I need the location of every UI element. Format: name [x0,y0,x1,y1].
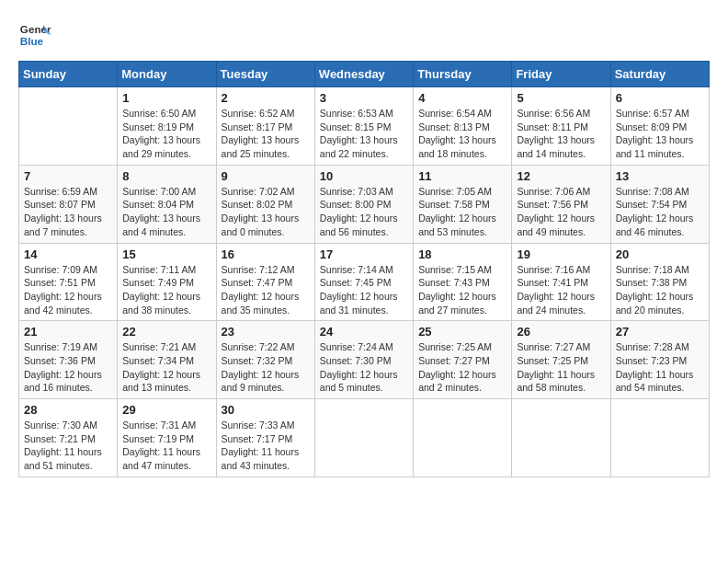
day-number: 18 [418,247,506,261]
day-info: Sunrise: 7:02 AM Sunset: 8:02 PM Dayligh… [222,185,310,239]
calendar-cell: 1Sunrise: 6:50 AM Sunset: 8:19 PM Daylig… [118,87,216,166]
day-number: 10 [320,169,408,183]
header-monday: Monday [118,62,216,87]
day-info: Sunrise: 7:18 AM Sunset: 7:38 PM Dayligh… [616,263,704,317]
day-number: 23 [222,325,310,339]
day-number: 29 [122,403,210,417]
day-info: Sunrise: 7:25 AM Sunset: 7:27 PM Dayligh… [418,340,506,395]
day-number: 16 [222,247,310,261]
day-number: 20 [616,247,704,261]
page-header: General Blue [18,18,710,52]
day-number: 22 [122,325,210,339]
day-info: Sunrise: 7:14 AM Sunset: 7:45 PM Dayligh… [320,263,408,317]
header-wednesday: Wednesday [314,62,413,87]
day-info: Sunrise: 6:56 AM Sunset: 8:11 PM Dayligh… [517,107,605,161]
calendar-table: SundayMondayTuesdayWednesdayThursdayFrid… [18,61,710,477]
calendar-cell: 22Sunrise: 7:21 AM Sunset: 7:34 PM Dayli… [118,321,216,399]
day-number: 12 [517,169,605,183]
calendar-cell: 17Sunrise: 7:14 AM Sunset: 7:45 PM Dayli… [314,243,413,321]
day-number: 17 [320,247,408,261]
svg-text:Blue: Blue [20,35,44,47]
calendar-cell: 24Sunrise: 7:24 AM Sunset: 7:30 PM Dayli… [314,321,413,399]
calendar-cell: 18Sunrise: 7:15 AM Sunset: 7:43 PM Dayli… [414,243,512,321]
week-row-4: 21Sunrise: 7:19 AM Sunset: 7:36 PM Dayli… [19,321,710,399]
day-info: Sunrise: 7:05 AM Sunset: 7:58 PM Dayligh… [418,185,506,239]
day-number: 8 [122,169,210,183]
calendar-cell: 27Sunrise: 7:28 AM Sunset: 7:23 PM Dayli… [610,321,709,399]
day-number: 13 [616,169,704,183]
day-info: Sunrise: 6:50 AM Sunset: 8:19 PM Dayligh… [122,107,210,161]
calendar-cell [314,399,413,477]
day-info: Sunrise: 6:54 AM Sunset: 8:13 PM Dayligh… [418,107,506,161]
calendar-cell [19,87,118,166]
day-number: 19 [517,247,605,261]
calendar-cell: 29Sunrise: 7:31 AM Sunset: 7:19 PM Dayli… [118,399,216,477]
header-sunday: Sunday [19,62,118,87]
day-info: Sunrise: 7:28 AM Sunset: 7:23 PM Dayligh… [616,340,704,395]
day-info: Sunrise: 7:09 AM Sunset: 7:51 PM Dayligh… [24,263,112,317]
day-info: Sunrise: 7:30 AM Sunset: 7:21 PM Dayligh… [24,419,112,473]
day-number: 9 [222,169,310,183]
day-number: 4 [418,91,506,105]
calendar-cell: 2Sunrise: 6:52 AM Sunset: 8:17 PM Daylig… [216,87,314,166]
calendar-cell: 21Sunrise: 7:19 AM Sunset: 7:36 PM Dayli… [19,321,118,399]
day-info: Sunrise: 7:15 AM Sunset: 7:43 PM Dayligh… [418,263,506,317]
calendar-cell: 7Sunrise: 6:59 AM Sunset: 8:07 PM Daylig… [19,165,118,243]
day-info: Sunrise: 7:19 AM Sunset: 7:36 PM Dayligh… [24,340,112,395]
day-info: Sunrise: 7:16 AM Sunset: 7:41 PM Dayligh… [517,263,605,317]
calendar-cell: 10Sunrise: 7:03 AM Sunset: 8:00 PM Dayli… [314,165,413,243]
calendar-cell [610,399,709,477]
calendar-cell: 30Sunrise: 7:33 AM Sunset: 7:17 PM Dayli… [216,399,314,477]
logo-icon: General Blue [18,18,51,52]
calendar-cell: 8Sunrise: 7:00 AM Sunset: 8:04 PM Daylig… [118,165,216,243]
calendar-cell: 5Sunrise: 6:56 AM Sunset: 8:11 PM Daylig… [512,87,610,166]
calendar-header-row: SundayMondayTuesdayWednesdayThursdayFrid… [19,62,710,87]
day-number: 27 [616,325,704,339]
day-number: 7 [24,169,112,183]
calendar-cell: 26Sunrise: 7:27 AM Sunset: 7:25 PM Dayli… [512,321,610,399]
day-info: Sunrise: 7:31 AM Sunset: 7:19 PM Dayligh… [122,419,210,473]
day-number: 3 [320,91,408,105]
week-row-5: 28Sunrise: 7:30 AM Sunset: 7:21 PM Dayli… [19,399,710,477]
day-info: Sunrise: 7:24 AM Sunset: 7:30 PM Dayligh… [320,340,408,395]
day-number: 1 [122,91,210,105]
calendar-cell: 6Sunrise: 6:57 AM Sunset: 8:09 PM Daylig… [610,87,709,166]
calendar-cell: 9Sunrise: 7:02 AM Sunset: 8:02 PM Daylig… [216,165,314,243]
calendar-cell: 20Sunrise: 7:18 AM Sunset: 7:38 PM Dayli… [610,243,709,321]
calendar-cell: 28Sunrise: 7:30 AM Sunset: 7:21 PM Dayli… [19,399,118,477]
calendar-cell [414,399,512,477]
day-info: Sunrise: 7:08 AM Sunset: 7:54 PM Dayligh… [616,185,704,239]
day-number: 6 [616,91,704,105]
header-friday: Friday [512,62,610,87]
day-number: 28 [24,403,112,417]
day-info: Sunrise: 6:53 AM Sunset: 8:15 PM Dayligh… [320,107,408,161]
day-number: 30 [222,403,310,417]
week-row-2: 7Sunrise: 6:59 AM Sunset: 8:07 PM Daylig… [19,165,710,243]
calendar-cell: 11Sunrise: 7:05 AM Sunset: 7:58 PM Dayli… [414,165,512,243]
calendar-body: 1Sunrise: 6:50 AM Sunset: 8:19 PM Daylig… [19,87,710,477]
header-tuesday: Tuesday [216,62,314,87]
day-info: Sunrise: 7:00 AM Sunset: 8:04 PM Dayligh… [122,185,210,239]
calendar-cell: 12Sunrise: 7:06 AM Sunset: 7:56 PM Dayli… [512,165,610,243]
day-info: Sunrise: 7:21 AM Sunset: 7:34 PM Dayligh… [122,340,210,395]
day-number: 2 [222,91,310,105]
calendar-cell: 3Sunrise: 6:53 AM Sunset: 8:15 PM Daylig… [314,87,413,166]
calendar-cell: 19Sunrise: 7:16 AM Sunset: 7:41 PM Dayli… [512,243,610,321]
calendar-cell: 15Sunrise: 7:11 AM Sunset: 7:49 PM Dayli… [118,243,216,321]
day-info: Sunrise: 7:12 AM Sunset: 7:47 PM Dayligh… [222,263,310,317]
day-info: Sunrise: 7:33 AM Sunset: 7:17 PM Dayligh… [222,419,310,473]
day-number: 26 [517,325,605,339]
day-info: Sunrise: 6:57 AM Sunset: 8:09 PM Dayligh… [616,107,704,161]
day-number: 14 [24,247,112,261]
day-number: 24 [320,325,408,339]
day-number: 15 [122,247,210,261]
logo: General Blue [18,18,51,52]
day-info: Sunrise: 7:06 AM Sunset: 7:56 PM Dayligh… [517,185,605,239]
day-info: Sunrise: 7:03 AM Sunset: 8:00 PM Dayligh… [320,185,408,239]
calendar-cell [512,399,610,477]
header-saturday: Saturday [610,62,709,87]
day-info: Sunrise: 7:11 AM Sunset: 7:49 PM Dayligh… [122,263,210,317]
day-info: Sunrise: 7:22 AM Sunset: 7:32 PM Dayligh… [222,340,310,395]
day-info: Sunrise: 6:59 AM Sunset: 8:07 PM Dayligh… [24,185,112,239]
calendar-cell: 16Sunrise: 7:12 AM Sunset: 7:47 PM Dayli… [216,243,314,321]
